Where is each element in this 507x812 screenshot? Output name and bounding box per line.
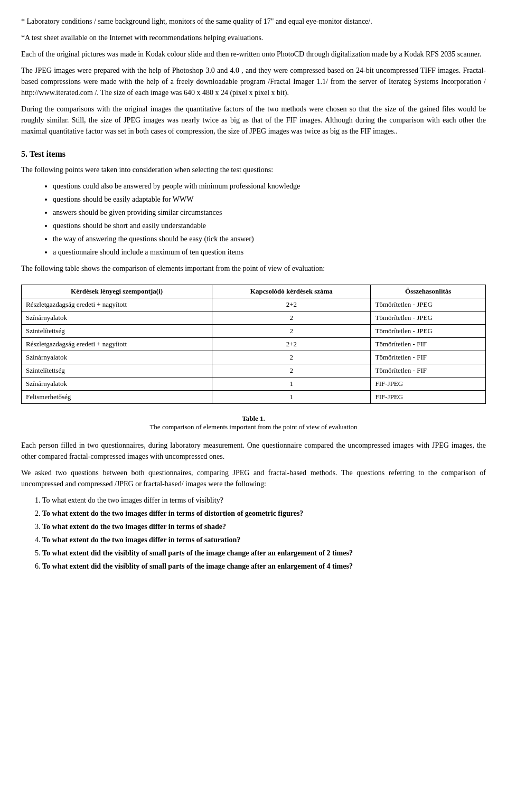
table-cell: Részletgazdagság eredeti + nagyított — [22, 298, 212, 311]
table-row: Színárnyalatok2Tömörítetlen - JPEG — [22, 311, 486, 325]
table-cell: Tömörítetlen - JPEG — [371, 325, 486, 338]
table-cell: Szintelítettség — [22, 364, 212, 377]
section5-title: 5. Test items — [21, 149, 486, 159]
table-cell: FIF-JPEG — [371, 391, 486, 404]
table-cell: 2+2 — [212, 298, 371, 311]
bullet-item: questions should be easily adaptable for… — [53, 194, 486, 205]
table-header-row: Kérdések lényegi szempontja(i) Kapcsolód… — [22, 285, 486, 298]
table-caption-text: The comparison of elements important fro… — [21, 423, 486, 431]
bullet-item: the way of answering the questions shoul… — [53, 233, 486, 244]
table-cell: Felismerhetőség — [22, 391, 212, 404]
table-cell: Színárnyalatok — [22, 377, 212, 391]
table-cell: Tömörítetlen - FIF — [371, 364, 486, 377]
table-row: Részletgazdagság eredeti + nagyított2+2T… — [22, 338, 486, 351]
intro-p1: * Laboratory conditions / same backgroun… — [21, 16, 486, 27]
table-header-col3: Összehasonlítás — [371, 285, 486, 298]
table-row: Színárnyalatok2Tömörítetlen - FIF — [22, 351, 486, 364]
table-header-col2: Kapcsolódó kérdések száma — [212, 285, 371, 298]
table-caption-title: Table 1. — [21, 414, 486, 423]
bullet-item: questions could also be answered by peop… — [53, 181, 486, 192]
table-cell: Részletgazdagság eredeti + nagyított — [22, 338, 212, 351]
intro-p4: The JPEG images were prepared with the h… — [21, 65, 486, 98]
table-cell: 2 — [212, 311, 371, 325]
table-cell: 1 — [212, 377, 371, 391]
table-cell: 1 — [212, 391, 371, 404]
table-cell: Szintelítettség — [22, 325, 212, 338]
intro-p2: *A test sheet available on the Internet … — [21, 32, 486, 43]
bullet-item: a questionnaire should include a maximum… — [53, 247, 486, 258]
table-header-col1: Kérdések lényegi szempontja(i) — [22, 285, 212, 298]
after-table-p2: We asked two questions between both ques… — [21, 467, 486, 489]
table-body: Részletgazdagság eredeti + nagyított2+2T… — [22, 298, 486, 404]
table-cell: Tömörítetlen - FIF — [371, 351, 486, 364]
table-row: Szintelítettség2Tömörítetlen - FIF — [22, 364, 486, 377]
table-cell: Tömörítetlen - JPEG — [371, 298, 486, 311]
table-intro: The following table shows the comparison… — [21, 263, 486, 274]
question-item: To what extent do the two images differ … — [42, 521, 486, 532]
table-cell: Színárnyalatok — [22, 351, 212, 364]
section5-intro: The following points were taken into con… — [21, 164, 486, 175]
table-row: Szintelítettség2Tömörítetlen - JPEG — [22, 325, 486, 338]
bullet-item: answers should be given providing simila… — [53, 207, 486, 218]
table-row: Felismerhetőség1FIF-JPEG — [22, 391, 486, 404]
intro-p3: Each of the original pictures was made i… — [21, 49, 486, 60]
comparison-table: Kérdések lényegi szempontja(i) Kapcsolód… — [21, 285, 486, 404]
question-item: To what extent do the two images differ … — [42, 495, 486, 506]
table-cell: Tömörítetlen - FIF — [371, 338, 486, 351]
questions-list: To what extent do the two images differ … — [42, 495, 486, 572]
table-cell: 2 — [212, 325, 371, 338]
question-item: To what extent did the visiblity of smal… — [42, 561, 486, 572]
question-item: To what extent do the two images differ … — [42, 508, 486, 519]
table-cell: FIF-JPEG — [371, 377, 486, 391]
after-table-p1: Each person filled in two questionnaires… — [21, 440, 486, 462]
table-row: Színárnyalatok1FIF-JPEG — [22, 377, 486, 391]
table-cell: Tömörítetlen - JPEG — [371, 311, 486, 325]
test-items-list: questions could also be answered by peop… — [53, 181, 486, 258]
bullet-item: questions should be short and easily und… — [53, 220, 486, 231]
table-cell: 2+2 — [212, 338, 371, 351]
table-cell: 2 — [212, 351, 371, 364]
table-cell: 2 — [212, 364, 371, 377]
intro-p5: During the comparisons with the original… — [21, 103, 486, 137]
question-item: To what extent do the two images differ … — [42, 534, 486, 545]
table-cell: Színárnyalatok — [22, 311, 212, 325]
table-row: Részletgazdagság eredeti + nagyított2+2T… — [22, 298, 486, 311]
question-item: To what extent did the visiblity of smal… — [42, 547, 486, 559]
table-caption-block: Table 1. The comparison of elements impo… — [21, 414, 486, 431]
